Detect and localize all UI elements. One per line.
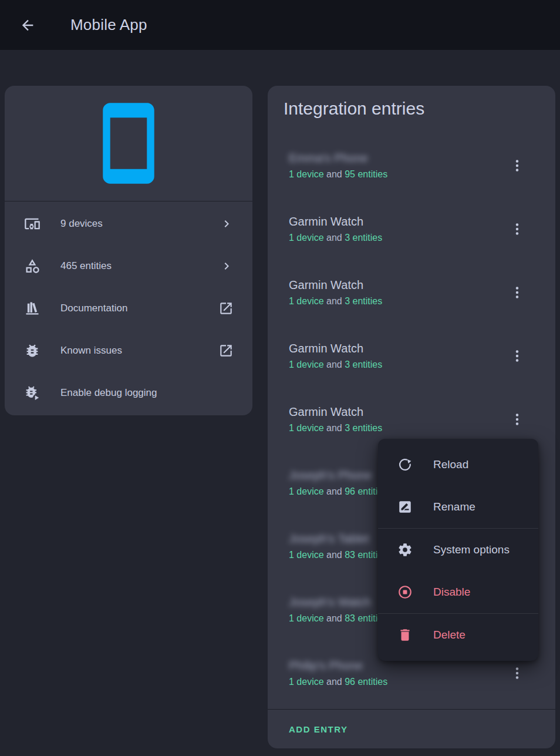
entry-menu-button[interactable] bbox=[503, 342, 531, 370]
entry-subtitle-connector: and bbox=[324, 550, 345, 560]
back-button[interactable] bbox=[14, 11, 42, 39]
entry-subtitle-connector: and bbox=[324, 296, 345, 306]
page-title: Mobile App bbox=[70, 16, 147, 34]
integration-entry: Garmin Watch1 device and 3 entities bbox=[268, 261, 555, 324]
entry-subtitle-connector: and bbox=[324, 169, 345, 179]
entry-entity-count-link[interactable]: 3 entities bbox=[345, 296, 382, 306]
devices-icon bbox=[24, 216, 41, 232]
entry-menu-button[interactable] bbox=[503, 659, 531, 687]
entry-subtitle: 1 device and 3 entities bbox=[289, 423, 499, 434]
entry-entity-count-link[interactable]: 96 entities bbox=[345, 677, 387, 687]
entry-device-count-link[interactable]: 1 device bbox=[289, 169, 324, 179]
shape-icon bbox=[24, 258, 41, 274]
entry-menu-button[interactable] bbox=[503, 278, 531, 307]
info-row-list: 9 devices465 entitiesDocumentationKnown … bbox=[5, 201, 252, 414]
integration-entry: Emma's Phone1 device and 95 entities bbox=[268, 134, 555, 197]
row-label: Enable debug logging bbox=[60, 387, 157, 399]
entry-device-count-link[interactable]: 1 device bbox=[289, 486, 324, 496]
entry-device-count-link[interactable]: 1 device bbox=[289, 613, 324, 623]
entry-subtitle-connector: and bbox=[324, 486, 345, 496]
cog-icon bbox=[397, 542, 413, 557]
app-bar: Mobile App bbox=[0, 0, 560, 50]
menu-item-label: Delete bbox=[433, 629, 465, 641]
open-in-new-icon bbox=[218, 301, 234, 316]
menu-item-rename[interactable]: Rename bbox=[378, 486, 538, 528]
integration-info-card: 9 devices465 entitiesDocumentationKnown … bbox=[5, 86, 252, 415]
entry-device-count-link[interactable]: 1 device bbox=[289, 296, 324, 306]
entry-menu-button[interactable] bbox=[503, 215, 531, 243]
entry-entity-count-link[interactable]: 3 entities bbox=[345, 233, 382, 243]
row-label: Known issues bbox=[60, 345, 122, 357]
entry-device-count-link[interactable]: 1 device bbox=[289, 359, 324, 369]
entry-name: Garmin Watch bbox=[289, 342, 499, 355]
info-row-465-entities[interactable]: 465 entities bbox=[5, 245, 252, 287]
stop-circle-icon bbox=[397, 584, 413, 600]
row-label: Documentation bbox=[60, 303, 127, 314]
entry-name: Emma's Phone bbox=[289, 152, 499, 164]
entry-name: Garmin Watch bbox=[289, 215, 499, 228]
menu-item-disable[interactable]: Disable bbox=[378, 571, 538, 613]
row-label: 465 entities bbox=[60, 260, 112, 272]
context-menu: ReloadRenameSystem optionsDisableDelete bbox=[378, 439, 538, 661]
dots-vertical-icon bbox=[509, 411, 525, 428]
reload-icon bbox=[397, 457, 413, 472]
dots-vertical-icon bbox=[509, 348, 525, 364]
entries-title: Integration entries bbox=[284, 99, 424, 119]
info-row-documentation[interactable]: Documentation bbox=[5, 287, 252, 330]
entry-subtitle: 1 device and 96 entities bbox=[289, 677, 499, 687]
entry-subtitle-connector: and bbox=[324, 359, 345, 369]
menu-item-label: Rename bbox=[433, 500, 475, 513]
chevron-right-icon bbox=[220, 259, 234, 273]
entry-subtitle-connector: and bbox=[324, 677, 345, 687]
integration-icon-area bbox=[5, 86, 252, 201]
entry-device-count-link[interactable]: 1 device bbox=[289, 677, 324, 687]
entry-entity-count-link[interactable]: 3 entities bbox=[345, 423, 382, 433]
entry-device-count-link[interactable]: 1 device bbox=[289, 423, 324, 433]
menu-item-delete[interactable]: Delete bbox=[378, 614, 538, 656]
entry-subtitle: 1 device and 95 entities bbox=[289, 169, 499, 180]
cellphone-icon bbox=[85, 99, 173, 187]
menu-item-label: Reload bbox=[433, 458, 468, 471]
integration-entry: Garmin Watch1 device and 3 entities bbox=[268, 324, 555, 388]
dots-vertical-icon bbox=[509, 665, 525, 681]
open-in-new-icon bbox=[218, 343, 234, 358]
rename-box-icon bbox=[397, 499, 413, 515]
entry-entity-count-link[interactable]: 3 entities bbox=[345, 359, 382, 369]
bug-icon bbox=[24, 342, 41, 359]
entry-subtitle-connector: and bbox=[324, 233, 345, 243]
menu-item-label: System options bbox=[433, 543, 510, 556]
dots-vertical-icon bbox=[509, 157, 525, 174]
entry-menu-button-open[interactable] bbox=[503, 405, 531, 434]
menu-item-system-options[interactable]: System options bbox=[378, 529, 538, 571]
menu-item-reload[interactable]: Reload bbox=[378, 443, 538, 486]
entry-subtitle-connector: and bbox=[324, 423, 345, 433]
entry-subtitle: 1 device and 3 entities bbox=[289, 296, 499, 307]
entries-footer: ADD ENTRY bbox=[268, 709, 555, 748]
menu-item-label: Disable bbox=[433, 586, 470, 599]
info-row-known-issues[interactable]: Known issues bbox=[5, 330, 252, 372]
entry-device-count-link[interactable]: 1 device bbox=[289, 550, 324, 560]
dots-vertical-icon bbox=[509, 221, 525, 237]
entry-device-count-link[interactable]: 1 device bbox=[289, 233, 324, 243]
entry-subtitle-connector: and bbox=[324, 613, 345, 623]
entry-entity-count-link[interactable]: 95 entities bbox=[345, 169, 387, 179]
delete-icon bbox=[397, 627, 413, 643]
add-entry-button[interactable]: ADD ENTRY bbox=[289, 724, 348, 734]
bug-play-icon bbox=[24, 385, 41, 401]
bookshelf-icon bbox=[24, 300, 41, 317]
integration-entry: Garmin Watch1 device and 3 entities bbox=[268, 197, 555, 261]
entry-name: Garmin Watch bbox=[289, 405, 499, 418]
info-row-9-devices[interactable]: 9 devices bbox=[5, 203, 252, 245]
entry-name: Garmin Watch bbox=[289, 278, 499, 291]
arrow-left-icon bbox=[19, 17, 36, 33]
dots-vertical-icon bbox=[509, 284, 525, 301]
entry-menu-button[interactable] bbox=[503, 152, 531, 180]
entry-name: Philip's Phone bbox=[289, 659, 499, 672]
info-row-enable-debug-logging[interactable]: Enable debug logging bbox=[5, 372, 252, 414]
chevron-right-icon bbox=[220, 217, 234, 231]
row-label: 9 devices bbox=[60, 218, 103, 230]
entry-subtitle: 1 device and 3 entities bbox=[289, 359, 499, 370]
entry-subtitle: 1 device and 3 entities bbox=[289, 233, 499, 243]
